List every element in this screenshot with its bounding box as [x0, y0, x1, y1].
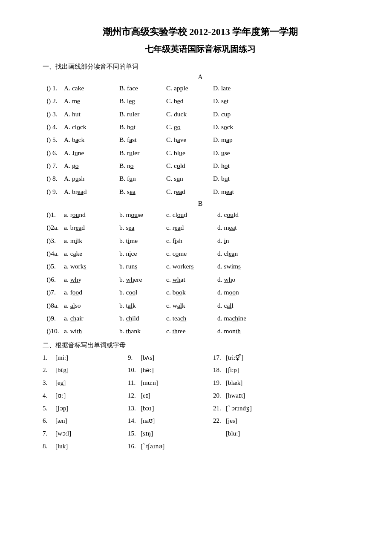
option-c: C. blue [166, 147, 213, 159]
open-paren: （ [43, 313, 49, 324]
section2-title: 二、根据音标写出单词或字母 [43, 341, 358, 349]
ph-num: 13. [128, 403, 141, 415]
option-b: B. ruler [119, 109, 166, 120]
option-c: C. have [166, 134, 213, 145]
phonetic-item: [blu:] [213, 428, 324, 440]
question-number: )3. [49, 235, 64, 246]
option-bd: d. moon [217, 287, 239, 298]
option-ba: a. also [64, 300, 119, 311]
option-c: C. bed [166, 95, 213, 107]
ph-symbol: [hə:] [141, 364, 154, 376]
option-c: C. read [166, 186, 213, 197]
phonetic-item: 11.[mu:n] [128, 377, 213, 389]
question-row: （)1.a. roundb. mousec. cloudd. could [43, 209, 358, 220]
option-ba: a. bread [64, 222, 119, 233]
phonetic-item: 17.[tri:⚥] [213, 352, 324, 364]
question-number: ) 2. [49, 95, 64, 107]
ph-symbol: [wɔ:l] [55, 428, 71, 440]
ph-num: 22. [213, 415, 226, 427]
question-row: （) 8.A. pushB. funC. sunD. but [43, 173, 358, 184]
option-bb: b. time [119, 235, 166, 246]
question-row: （)2a.a. breadb. seac. readd. meat [43, 222, 358, 233]
phonetic-item: 8.[luk] [43, 441, 128, 453]
option-bd: d. who [217, 274, 235, 285]
question-number: ) 5. [49, 134, 64, 145]
phonetic-item: 12.[eɪ] [128, 390, 213, 402]
question-number: )2a. [49, 222, 64, 233]
option-bd: d. clean [217, 248, 238, 259]
ph-num: 16. [128, 441, 141, 453]
ph-num: 5. [43, 403, 55, 415]
question-row: （) 7.A. goB. noC. coldD. hot [43, 160, 358, 171]
option-d: D. hot [213, 160, 230, 171]
option-bc: c. workers [166, 261, 217, 272]
phonetic-item: 4.[ɑ:] [43, 390, 128, 402]
ph-symbol: [bɪg] [55, 364, 69, 376]
open-paren: （ [43, 261, 49, 272]
question-number: )1. [49, 209, 64, 220]
option-bb: b. sea [119, 222, 166, 233]
option-bb: b. child [119, 313, 166, 324]
option-bb: b. cool [119, 287, 166, 298]
question-row: （) 5. A. backB. fastC. haveD. map [43, 134, 358, 145]
option-d: D. use [213, 147, 230, 159]
option-bb: b. talk [119, 300, 166, 311]
ph-num: 7. [43, 428, 55, 440]
title2: 七年级英语国际音标巩固练习 [43, 43, 358, 55]
phonetic-item: 2.[bɪg] [43, 364, 128, 376]
ph-num: 6. [43, 415, 55, 427]
option-bd: d. machine [217, 313, 246, 324]
ph-num: 12. [128, 390, 141, 402]
ph-symbol: [mu:n] [141, 377, 158, 389]
ph-symbol: [luk] [55, 441, 68, 453]
title1: 潮州市高级实验学校 2012-2013 学年度第一学期 [43, 26, 358, 38]
open-paren: （ [43, 160, 49, 171]
option-d: D. late [213, 83, 231, 94]
phonetic-item: 21.[ˋɔrɪndʒ] [213, 403, 324, 415]
open-paren: （ [43, 83, 49, 94]
open-paren: （ [43, 121, 49, 133]
phonetic-item: 5.[ʃɔp] [43, 403, 128, 415]
option-a: A. June [64, 147, 119, 159]
phonetic-item: 22.[jes] [213, 415, 324, 427]
option-bd: d. could [217, 209, 239, 220]
option-ba: a. milk [64, 235, 119, 246]
ph-symbol: [æn] [55, 415, 67, 427]
question-row: （) 9.A. breadB. seaC. readD. meat [43, 186, 358, 197]
ph-symbol: [blæk] [226, 377, 242, 389]
phonetic-item: 1.[mi:] [43, 352, 128, 364]
option-ba: a. food [64, 287, 119, 298]
question-number: ) 6. [49, 147, 64, 159]
option-bc: c. walk [166, 300, 217, 311]
ph-symbol: [eg] [55, 377, 66, 389]
question-row: （)7.a. foodb. coolc. bookd. moon [43, 287, 358, 298]
open-paren: （ [43, 287, 49, 298]
option-a: A. push [64, 173, 119, 184]
ph-num: 3. [43, 377, 55, 389]
option-bc: c. cloud [166, 209, 217, 220]
ph-symbol: [mi:] [55, 352, 68, 364]
section1-title: 一、找出画线部分读音不同的单词 [43, 63, 358, 71]
option-c: C. sun [166, 173, 213, 184]
open-paren: （ [43, 109, 49, 120]
option-bc: c. three [166, 326, 217, 337]
question-row: （) 2.A. meB. legC. bedD. set [43, 95, 358, 107]
option-a: A. hut [64, 109, 119, 120]
ph-symbol: [ʃi:p] [226, 364, 239, 376]
option-ba: a. with [64, 326, 119, 337]
question-row: （) 3.A. hutB. rulerC. duckD. cup [43, 109, 358, 120]
option-a: A. cake [64, 83, 119, 94]
option-bb: b. thank [119, 326, 166, 337]
option-a: A. back [64, 134, 119, 145]
option-a: A. bread [64, 186, 119, 197]
option-bb: b. where [119, 274, 166, 285]
ph-num: 21. [213, 403, 226, 415]
option-d: D. cup [213, 109, 231, 120]
option-bd: d. month [217, 326, 241, 337]
phonetic-item: 13.[bɔɪ] [128, 403, 213, 415]
question-row: （)4a.a. cakeb. nicec. comed. clean [43, 248, 358, 259]
open-paren: （ [43, 95, 49, 107]
option-b: B. no [119, 160, 166, 171]
open-paren: （ [43, 186, 49, 197]
open-paren: （ [43, 326, 49, 337]
